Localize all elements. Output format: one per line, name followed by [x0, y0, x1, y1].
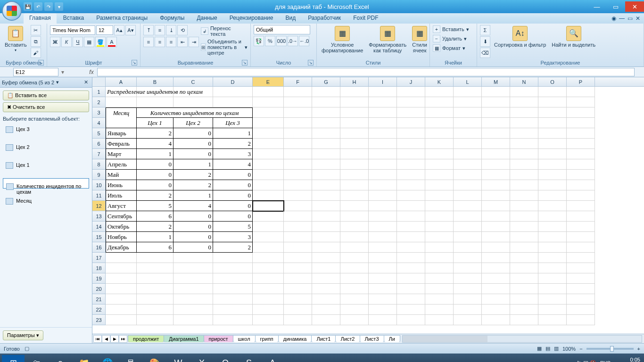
cell[interactable]	[538, 242, 567, 253]
close-button[interactable]: ✕	[625, 1, 644, 12]
sheet-tab[interactable]: Лист1	[311, 335, 336, 342]
cell[interactable]	[538, 118, 567, 128]
cell[interactable]	[312, 170, 340, 180]
row-header[interactable]: 19	[92, 273, 106, 284]
cell[interactable]	[567, 211, 595, 222]
row-header[interactable]: 14	[92, 222, 106, 232]
cell[interactable]: 2	[213, 139, 253, 149]
cell[interactable]	[340, 273, 369, 284]
wrap-text-button[interactable]: ↲Перенос текста	[201, 25, 248, 37]
column-header[interactable]: G	[312, 77, 340, 86]
shrink-font-icon[interactable]: A▾	[125, 25, 136, 35]
cell[interactable]	[567, 149, 595, 159]
cell[interactable]	[213, 87, 253, 97]
cell[interactable]	[369, 190, 397, 201]
clear-icon[interactable]: ⌫	[480, 48, 490, 58]
cell[interactable]: 0	[213, 190, 253, 201]
cell[interactable]	[510, 315, 538, 325]
view-pagebreak-icon[interactable]: ▥	[554, 346, 559, 352]
cell[interactable]	[510, 149, 538, 159]
cell[interactable]	[454, 180, 482, 190]
cell[interactable]	[425, 87, 454, 97]
cell[interactable]	[106, 315, 137, 325]
clear-all-button[interactable]: ✖ Очистить все	[3, 102, 89, 112]
taskbar-word[interactable]: W	[167, 355, 190, 362]
cell[interactable]	[538, 87, 567, 97]
cell[interactable]	[538, 284, 567, 294]
cell[interactable]	[340, 180, 369, 190]
row-header[interactable]: 20	[92, 284, 106, 294]
cell[interactable]: 2	[213, 242, 253, 253]
cell[interactable]	[482, 180, 510, 190]
column-header[interactable]: J	[397, 77, 425, 86]
cell[interactable]	[454, 107, 482, 118]
sheet-tab[interactable]: прирост	[204, 335, 233, 342]
cell[interactable]: 4	[213, 159, 253, 170]
cell[interactable]	[173, 87, 213, 97]
cell[interactable]	[253, 201, 284, 211]
ribbon-minimize-icon[interactable]: —	[619, 15, 625, 22]
cell[interactable]	[510, 211, 538, 222]
cell[interactable]	[369, 139, 397, 149]
align-center-icon[interactable]: ≡	[155, 37, 165, 47]
row-header[interactable]: 1	[92, 87, 106, 97]
cell[interactable]	[482, 128, 510, 139]
cell[interactable]: 1	[173, 159, 213, 170]
cell[interactable]	[369, 97, 397, 107]
cell[interactable]	[510, 87, 538, 97]
cell[interactable]	[482, 170, 510, 180]
cell[interactable]	[538, 128, 567, 139]
cell[interactable]: Август	[106, 201, 137, 211]
cell[interactable]	[510, 107, 538, 118]
ribbon-tab-7[interactable]: Разработчик	[302, 13, 347, 24]
cell[interactable]	[510, 170, 538, 180]
ribbon-tab-6[interactable]: Вид	[280, 13, 301, 24]
fill-icon[interactable]: ⬇	[480, 36, 490, 47]
cell[interactable]	[213, 263, 253, 273]
cell[interactable]	[340, 97, 369, 107]
cell[interactable]: 4	[137, 139, 173, 149]
cell[interactable]	[106, 304, 137, 315]
ribbon-tab-4[interactable]: Данные	[191, 13, 223, 24]
cell[interactable]	[482, 190, 510, 201]
cell[interactable]: Сентябрь	[106, 211, 137, 222]
cell[interactable]	[425, 170, 454, 180]
cell[interactable]: Октябрь	[106, 222, 137, 232]
zoom-slider[interactable]	[586, 348, 634, 350]
decrease-decimal-icon[interactable]: ←.0	[299, 36, 309, 46]
clipboard-item[interactable]: Месяц	[3, 196, 89, 206]
cell[interactable]	[397, 273, 425, 284]
cell[interactable]	[284, 118, 312, 128]
cell[interactable]	[567, 139, 595, 149]
cell[interactable]	[369, 128, 397, 139]
cell[interactable]	[369, 149, 397, 159]
number-format-select[interactable]	[254, 25, 310, 34]
ribbon-tab-1[interactable]: Вставка	[58, 13, 90, 24]
column-header[interactable]: H	[340, 77, 369, 86]
column-header[interactable]: C	[173, 77, 213, 86]
taskpane-options-button[interactable]: Параметры ▾	[3, 330, 43, 340]
cell[interactable]	[173, 273, 213, 284]
cell[interactable]	[106, 294, 137, 304]
zoom-in-icon[interactable]: +	[637, 346, 640, 352]
row-header[interactable]: 3	[92, 107, 106, 118]
cell[interactable]	[340, 159, 369, 170]
cell[interactable]: Ноябрь	[106, 232, 137, 242]
cell[interactable]: 5	[137, 201, 173, 211]
cell[interactable]	[425, 139, 454, 149]
cell[interactable]	[340, 284, 369, 294]
cell[interactable]	[538, 273, 567, 284]
cell[interactable]	[213, 315, 253, 325]
cell[interactable]	[482, 242, 510, 253]
indent-decrease-icon[interactable]: ⇤	[177, 37, 188, 47]
cell[interactable]	[425, 263, 454, 273]
cell[interactable]	[567, 315, 595, 325]
cell[interactable]	[538, 263, 567, 273]
cell[interactable]	[253, 242, 284, 253]
cell[interactable]	[454, 315, 482, 325]
cell[interactable]	[137, 284, 173, 294]
merge-center-button[interactable]: ⊞Объединить и поместить в центре ▾	[201, 38, 248, 56]
cell[interactable]	[312, 222, 340, 232]
cell[interactable]	[510, 128, 538, 139]
cell[interactable]: 0	[173, 232, 213, 242]
